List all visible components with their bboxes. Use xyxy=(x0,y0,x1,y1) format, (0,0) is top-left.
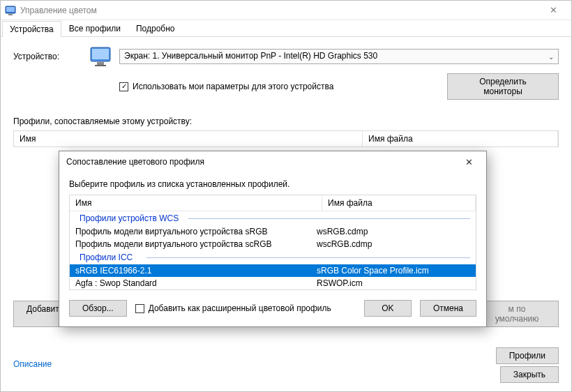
col-name[interactable]: Имя xyxy=(14,131,363,146)
tab-all-profiles[interactable]: Все профили xyxy=(61,20,128,36)
description-link[interactable]: Описание xyxy=(13,359,52,369)
list-item[interactable]: Agfa : Swop Standard RSWOP.icm xyxy=(70,277,476,289)
browse-button[interactable]: Обзор... xyxy=(69,300,127,317)
svg-rect-4 xyxy=(92,49,109,59)
svg-rect-1 xyxy=(6,7,15,12)
dialog-close-icon[interactable]: ✕ xyxy=(458,157,479,167)
profile-list-header: Имя Имя файла xyxy=(70,195,476,211)
dialog-instruction: Выберите профиль из списка установленных… xyxy=(69,179,476,189)
add-button[interactable]: Добавить… xyxy=(13,301,62,327)
use-params-checkbox[interactable]: ✓ xyxy=(119,82,128,91)
footer: Закрыть xyxy=(500,366,559,383)
profiles-list-header: Имя Имя файла xyxy=(13,130,559,147)
list-col-name[interactable]: Имя xyxy=(70,195,322,211)
svg-rect-5 xyxy=(97,62,104,65)
close-button[interactable]: Закрыть xyxy=(500,366,559,383)
app-icon xyxy=(5,5,16,16)
profiles-button[interactable]: Профили xyxy=(496,347,559,364)
list-item[interactable]: Профиль модели виртуального устройства s… xyxy=(70,238,476,250)
window-title: Управление цветом xyxy=(20,6,539,15)
list-item[interactable]: Профиль модели виртуального устройства s… xyxy=(70,225,476,238)
device-select-value: Экран: 1. Универсальный монитор PnP - In… xyxy=(124,51,377,61)
tab-devices[interactable]: Устройства xyxy=(2,21,61,37)
tab-strip: Устройства Все профили Подробно xyxy=(1,20,571,37)
dialog-footer: Обзор... Добавить как расширенный цветов… xyxy=(69,300,476,317)
profile-list-body[interactable]: Профили устройств WCS Профиль модели вир… xyxy=(70,211,476,289)
identify-monitors-button[interactable]: Определить мониторы xyxy=(447,73,559,100)
device-label: Устройство: xyxy=(13,52,90,61)
svg-rect-6 xyxy=(95,65,106,66)
add-extended-label: Добавить как расширенный цветовой профил… xyxy=(149,303,331,313)
list-item-selected[interactable]: sRGB IEC61966-2.1 sRGB Color Space Profi… xyxy=(70,264,476,277)
ok-button[interactable]: OK xyxy=(364,300,412,317)
device-select[interactable]: Экран: 1. Универсальный монитор PnP - In… xyxy=(119,49,559,64)
dialog-title: Сопоставление цветового профиля xyxy=(66,157,458,167)
col-file[interactable]: Имя файла xyxy=(363,131,558,146)
cancel-button[interactable]: Отмена xyxy=(420,300,476,317)
profiles-label: Профили, сопоставляемые этому устройству… xyxy=(13,116,559,126)
use-params-label: Использовать мои параметры для этого уст… xyxy=(133,82,333,91)
titlebar: Управление цветом ✕ xyxy=(1,1,571,20)
chevron-down-icon: ⌄ xyxy=(548,53,554,61)
close-icon[interactable]: ✕ xyxy=(539,5,567,15)
device-row: Устройство: Экран: 1. Универсальный мони… xyxy=(13,47,559,66)
add-extended-checkbox[interactable] xyxy=(135,304,144,313)
add-extended-checkbox-row: Добавить как расширенный цветовой профил… xyxy=(135,303,331,313)
group-wcs: Профили устройств WCS xyxy=(70,211,476,225)
associate-profile-dialog: Сопоставление цветового профиля ✕ Выбери… xyxy=(59,151,487,327)
set-default-button[interactable]: м по умолчанию xyxy=(475,301,559,327)
group-icc: Профили ICC xyxy=(70,250,476,264)
list-col-file[interactable]: Имя файла xyxy=(322,195,476,211)
svg-rect-2 xyxy=(8,14,13,15)
profile-list: Имя Имя файла Профили устройств WCS Проф… xyxy=(69,195,476,290)
monitor-icon xyxy=(90,47,112,66)
tab-advanced[interactable]: Подробно xyxy=(128,20,183,36)
dialog-titlebar: Сопоставление цветового профиля ✕ xyxy=(59,151,486,172)
use-params-row: ✓ Использовать мои параметры для этого у… xyxy=(13,73,559,100)
